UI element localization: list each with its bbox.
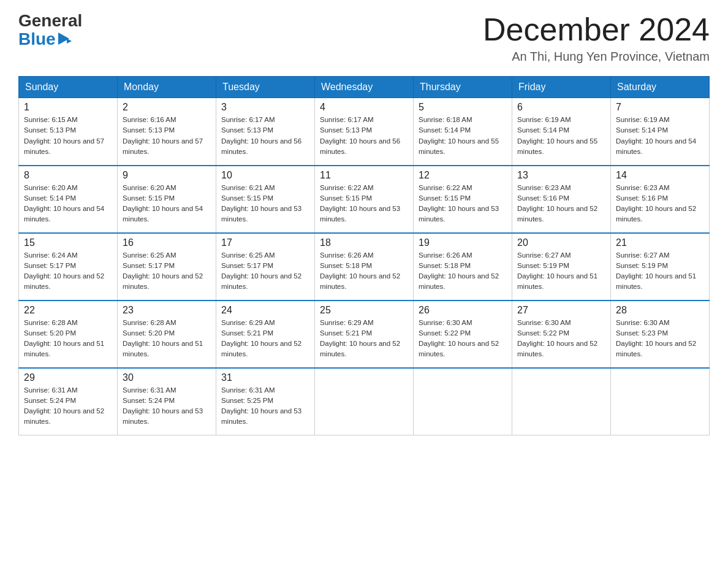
day-number: 3 <box>221 102 309 113</box>
day-number: 6 <box>517 102 605 113</box>
calendar-week-3: 15Sunrise: 6:24 AMSunset: 5:17 PMDayligh… <box>19 233 710 301</box>
calendar-cell: 25Sunrise: 6:29 AMSunset: 5:21 PMDayligh… <box>315 301 414 368</box>
calendar-cell <box>315 368 414 435</box>
day-number: 30 <box>123 372 211 383</box>
day-info: Sunrise: 6:17 AMSunset: 5:13 PMDaylight:… <box>320 115 408 157</box>
day-number: 11 <box>320 170 408 181</box>
calendar-week-1: 1Sunrise: 6:15 AMSunset: 5:13 PMDaylight… <box>19 98 710 166</box>
day-number: 28 <box>616 305 704 316</box>
calendar-cell: 22Sunrise: 6:28 AMSunset: 5:20 PMDayligh… <box>19 301 118 368</box>
day-info: Sunrise: 6:19 AMSunset: 5:14 PMDaylight:… <box>616 115 704 157</box>
day-info: Sunrise: 6:22 AMSunset: 5:15 PMDaylight:… <box>419 183 507 225</box>
day-info: Sunrise: 6:21 AMSunset: 5:15 PMDaylight:… <box>221 183 309 225</box>
day-number: 21 <box>616 237 704 248</box>
logo: General Blue <box>18 12 82 49</box>
day-info: Sunrise: 6:18 AMSunset: 5:14 PMDaylight:… <box>419 115 507 157</box>
calendar-week-2: 8Sunrise: 6:20 AMSunset: 5:14 PMDaylight… <box>19 166 710 233</box>
calendar-cell: 9Sunrise: 6:20 AMSunset: 5:15 PMDaylight… <box>118 166 216 233</box>
day-number: 18 <box>320 237 408 248</box>
day-number: 12 <box>419 170 507 181</box>
calendar-cell: 21Sunrise: 6:27 AMSunset: 5:19 PMDayligh… <box>611 233 710 301</box>
day-info: Sunrise: 6:26 AMSunset: 5:18 PMDaylight:… <box>419 250 507 293</box>
header-wednesday: Wednesday <box>315 77 414 98</box>
day-info: Sunrise: 6:31 AMSunset: 5:24 PMDaylight:… <box>123 385 211 427</box>
day-number: 4 <box>320 102 408 113</box>
day-info: Sunrise: 6:30 AMSunset: 5:22 PMDaylight:… <box>419 318 507 360</box>
calendar-cell: 3Sunrise: 6:17 AMSunset: 5:13 PMDaylight… <box>216 98 315 166</box>
calendar-cell: 6Sunrise: 6:19 AMSunset: 5:14 PMDaylight… <box>512 98 611 166</box>
month-title: December 2024 <box>483 12 710 47</box>
day-number: 22 <box>24 305 112 316</box>
day-number: 17 <box>221 237 309 248</box>
location: An Thi, Hung Yen Province, Vietnam <box>483 50 710 64</box>
calendar-cell: 2Sunrise: 6:16 AMSunset: 5:13 PMDaylight… <box>118 98 216 166</box>
day-number: 16 <box>123 237 211 248</box>
day-number: 1 <box>24 102 112 113</box>
day-number: 15 <box>24 237 112 248</box>
day-info: Sunrise: 6:28 AMSunset: 5:20 PMDaylight:… <box>123 318 211 360</box>
day-number: 26 <box>419 305 507 316</box>
header-tuesday: Tuesday <box>216 77 315 98</box>
header-sunday: Sunday <box>19 77 118 98</box>
day-number: 10 <box>221 170 309 181</box>
calendar-cell: 15Sunrise: 6:24 AMSunset: 5:17 PMDayligh… <box>19 233 118 301</box>
day-number: 7 <box>616 102 704 113</box>
day-number: 2 <box>123 102 211 113</box>
calendar-header-row: SundayMondayTuesdayWednesdayThursdayFrid… <box>19 77 710 98</box>
day-info: Sunrise: 6:26 AMSunset: 5:18 PMDaylight:… <box>320 250 408 293</box>
day-info: Sunrise: 6:31 AMSunset: 5:25 PMDaylight:… <box>221 385 309 427</box>
day-info: Sunrise: 6:20 AMSunset: 5:14 PMDaylight:… <box>24 183 112 225</box>
calendar-cell: 28Sunrise: 6:30 AMSunset: 5:23 PMDayligh… <box>611 301 710 368</box>
calendar-cell: 8Sunrise: 6:20 AMSunset: 5:14 PMDaylight… <box>19 166 118 233</box>
calendar-cell: 26Sunrise: 6:30 AMSunset: 5:22 PMDayligh… <box>414 301 512 368</box>
day-info: Sunrise: 6:15 AMSunset: 5:13 PMDaylight:… <box>24 115 112 157</box>
calendar-cell: 19Sunrise: 6:26 AMSunset: 5:18 PMDayligh… <box>414 233 512 301</box>
calendar-week-4: 22Sunrise: 6:28 AMSunset: 5:20 PMDayligh… <box>19 301 710 368</box>
calendar-cell: 5Sunrise: 6:18 AMSunset: 5:14 PMDaylight… <box>414 98 512 166</box>
calendar-cell: 12Sunrise: 6:22 AMSunset: 5:15 PMDayligh… <box>414 166 512 233</box>
calendar-cell: 13Sunrise: 6:23 AMSunset: 5:16 PMDayligh… <box>512 166 611 233</box>
day-info: Sunrise: 6:19 AMSunset: 5:14 PMDaylight:… <box>517 115 605 157</box>
day-number: 19 <box>419 237 507 248</box>
svg-marker-1 <box>67 39 72 44</box>
logo-blue-text: Blue <box>18 29 72 49</box>
day-number: 31 <box>221 372 309 383</box>
header-friday: Friday <box>512 77 611 98</box>
calendar-cell: 24Sunrise: 6:29 AMSunset: 5:21 PMDayligh… <box>216 301 315 368</box>
day-info: Sunrise: 6:29 AMSunset: 5:21 PMDaylight:… <box>221 318 309 360</box>
calendar-cell: 20Sunrise: 6:27 AMSunset: 5:19 PMDayligh… <box>512 233 611 301</box>
day-info: Sunrise: 6:22 AMSunset: 5:15 PMDaylight:… <box>320 183 408 225</box>
day-info: Sunrise: 6:31 AMSunset: 5:24 PMDaylight:… <box>24 385 112 427</box>
calendar-cell: 7Sunrise: 6:19 AMSunset: 5:14 PMDaylight… <box>611 98 710 166</box>
day-number: 23 <box>123 305 211 316</box>
day-info: Sunrise: 6:17 AMSunset: 5:13 PMDaylight:… <box>221 115 309 157</box>
header: General Blue December 2024 An Thi, Hung … <box>18 12 710 64</box>
header-monday: Monday <box>118 77 216 98</box>
calendar-cell: 17Sunrise: 6:25 AMSunset: 5:17 PMDayligh… <box>216 233 315 301</box>
day-number: 24 <box>221 305 309 316</box>
calendar-cell: 1Sunrise: 6:15 AMSunset: 5:13 PMDaylight… <box>19 98 118 166</box>
calendar-cell: 16Sunrise: 6:25 AMSunset: 5:17 PMDayligh… <box>118 233 216 301</box>
logo-icon <box>58 33 72 46</box>
calendar-cell <box>512 368 611 435</box>
day-number: 8 <box>24 170 112 181</box>
header-saturday: Saturday <box>611 77 710 98</box>
day-info: Sunrise: 6:27 AMSunset: 5:19 PMDaylight:… <box>616 250 704 293</box>
day-info: Sunrise: 6:25 AMSunset: 5:17 PMDaylight:… <box>221 250 309 293</box>
day-info: Sunrise: 6:30 AMSunset: 5:23 PMDaylight:… <box>616 318 704 360</box>
calendar-cell: 30Sunrise: 6:31 AMSunset: 5:24 PMDayligh… <box>118 368 216 435</box>
day-info: Sunrise: 6:28 AMSunset: 5:20 PMDaylight:… <box>24 318 112 360</box>
calendar-cell <box>611 368 710 435</box>
day-number: 20 <box>517 237 605 248</box>
day-number: 9 <box>123 170 211 181</box>
day-info: Sunrise: 6:20 AMSunset: 5:15 PMDaylight:… <box>123 183 211 225</box>
calendar-cell: 11Sunrise: 6:22 AMSunset: 5:15 PMDayligh… <box>315 166 414 233</box>
day-info: Sunrise: 6:16 AMSunset: 5:13 PMDaylight:… <box>123 115 211 157</box>
day-info: Sunrise: 6:30 AMSunset: 5:22 PMDaylight:… <box>517 318 605 360</box>
day-info: Sunrise: 6:29 AMSunset: 5:21 PMDaylight:… <box>320 318 408 360</box>
calendar-cell: 23Sunrise: 6:28 AMSunset: 5:20 PMDayligh… <box>118 301 216 368</box>
calendar-cell: 27Sunrise: 6:30 AMSunset: 5:22 PMDayligh… <box>512 301 611 368</box>
day-info: Sunrise: 6:23 AMSunset: 5:16 PMDaylight:… <box>517 183 605 225</box>
day-number: 14 <box>616 170 704 181</box>
calendar-cell: 29Sunrise: 6:31 AMSunset: 5:24 PMDayligh… <box>19 368 118 435</box>
